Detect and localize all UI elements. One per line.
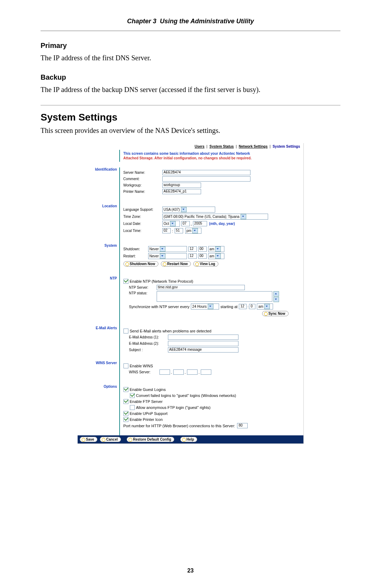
- chevron-down-icon: [170, 221, 176, 226]
- wins-oct4-input[interactable]: [201, 369, 211, 375]
- guest-logins-checkbox[interactable]: [123, 387, 128, 392]
- ntp-status-box: [157, 291, 272, 302]
- shutdown-min-input[interactable]: 00: [198, 246, 207, 252]
- shutdown-select[interactable]: Never: [148, 246, 187, 252]
- tab-system-settings[interactable]: System Settings: [273, 145, 300, 148]
- ampm-select[interactable]: pm: [185, 228, 201, 234]
- shutdown-label: Shutdown:: [123, 247, 148, 251]
- restart-ampm-select[interactable]: am: [208, 253, 224, 259]
- section-system: System Shutdown: Never 12 00 am Restart:…: [78, 244, 303, 276]
- chapter-title: Using the Administrative Utility: [160, 18, 254, 25]
- sync-min-input[interactable]: 0: [249, 304, 255, 309]
- hour-input[interactable]: 02: [162, 228, 171, 233]
- chevron-down-icon: [208, 304, 213, 309]
- system-settings-text: This screen provides an overview of the …: [41, 126, 340, 135]
- tab-network-settings[interactable]: Network Settings: [239, 145, 268, 148]
- shutdown-ampm-select[interactable]: am: [208, 246, 224, 252]
- enable-wins-checkbox[interactable]: [123, 363, 128, 368]
- cancel-button[interactable]: ◯Cancel: [100, 437, 121, 442]
- language-select[interactable]: USA (437): [162, 207, 215, 213]
- server-name-input[interactable]: AEE2B474: [162, 170, 250, 175]
- sync-interval-select[interactable]: 24 Hours: [191, 304, 219, 310]
- sync-hour-input[interactable]: 12: [239, 304, 247, 309]
- email-alerts-checkbox[interactable]: [123, 329, 128, 333]
- restart-hour-input[interactable]: 12: [188, 253, 197, 259]
- shutdown-hour-input[interactable]: 12: [188, 246, 197, 252]
- restore-default-button[interactable]: ◯Restore Default Config: [127, 437, 174, 442]
- scroll-up-icon[interactable]: [273, 291, 279, 296]
- upnp-checkbox[interactable]: [123, 411, 128, 416]
- wins-oct2-input[interactable]: [173, 369, 184, 375]
- intro-line2: Attached Storage. After initial configur…: [123, 156, 252, 160]
- save-button[interactable]: ◯Save: [80, 437, 97, 442]
- printer-icon-checkbox[interactable]: [123, 417, 128, 422]
- tab-users[interactable]: Users: [195, 145, 205, 148]
- wins-oct1-input[interactable]: [159, 369, 170, 375]
- label-system: System: [78, 244, 117, 247]
- section-identification: Identification Server Name:AEE2B474 Comm…: [78, 167, 303, 204]
- http-port-label: Port number for HTTP (Web Browser) conne…: [123, 424, 235, 428]
- convert-failed-label: Convert failed logins to "guest" logins …: [136, 393, 236, 398]
- subject-input[interactable]: AEE2B474 message: [168, 347, 238, 353]
- label-options: Options: [78, 385, 117, 388]
- scroll-arrows: [273, 291, 278, 302]
- page-number: 23: [0, 568, 381, 574]
- comment-input[interactable]: [162, 176, 250, 182]
- page: Chapter 3 Using the Administrative Utili…: [0, 0, 381, 588]
- intro-line1: This screen contains some basic informat…: [123, 152, 250, 155]
- email2-input[interactable]: [168, 341, 238, 346]
- label-wins: WINS Server: [78, 361, 117, 365]
- chevron-down-icon: [160, 253, 165, 259]
- year-input[interactable]: 2005: [193, 221, 207, 226]
- comment-label: Comment:: [123, 177, 162, 181]
- enable-wins-label: Enable WINS: [130, 364, 153, 368]
- ntp-server-input[interactable]: time.nist.gov: [157, 285, 245, 290]
- backup-heading: Backup: [41, 73, 340, 81]
- tab-system-status[interactable]: System Status: [210, 145, 234, 148]
- server-name-label: Server Name:: [123, 171, 162, 174]
- month-select[interactable]: Oct: [162, 221, 180, 227]
- minute-input[interactable]: 51: [175, 228, 183, 233]
- printer-name-input[interactable]: AEE2B474_p1: [162, 189, 201, 194]
- sync-now-button[interactable]: ◯Sync Now: [262, 311, 289, 316]
- local-date-label: Local Date:: [123, 222, 162, 226]
- label-email-alerts: E-Mail Alerts: [78, 326, 117, 330]
- day-input[interactable]: 07: [181, 221, 190, 226]
- view-log-button[interactable]: ◯View Log: [193, 261, 218, 267]
- language-label: Language Support:: [123, 208, 162, 212]
- guest-logins-label: Enable Guest Logins: [130, 387, 166, 392]
- chevron-down-icon: [241, 214, 246, 219]
- screenshot-wrap: Users | System Status | Network Settings…: [41, 143, 340, 444]
- chevron-down-icon: [215, 246, 221, 252]
- http-port-input[interactable]: 80: [237, 423, 248, 428]
- system-settings-heading: System Settings: [41, 112, 340, 123]
- wins-oct3-input[interactable]: [187, 369, 198, 375]
- printer-name-label: Printer Name:: [123, 190, 162, 194]
- enable-ntp-checkbox[interactable]: [123, 279, 128, 284]
- primary-heading: Primary: [41, 42, 340, 50]
- restart-now-button[interactable]: ◯Restart Now: [161, 261, 191, 267]
- sync-starting-text: starting at: [220, 305, 237, 309]
- row-intro: This screen contains some basic informat…: [78, 150, 303, 167]
- shutdown-now-button[interactable]: ◯Shutdown Now: [123, 261, 158, 267]
- header-rule: [41, 31, 340, 31]
- email1-label: E-Mail Address (1):: [129, 335, 168, 339]
- anon-ftp-label: Allow anonymous FTP login ("guest" right…: [136, 405, 211, 410]
- scroll-down-icon[interactable]: [273, 297, 279, 302]
- sync-ampm-select[interactable]: am: [257, 304, 273, 310]
- timezone-select[interactable]: (GMT-08:00) Pacific Time (US, Canada); T…: [162, 214, 268, 220]
- primary-text: The IP address of the first DNS Server.: [41, 53, 340, 63]
- anon-ftp-checkbox[interactable]: [130, 405, 135, 410]
- workgroup-input[interactable]: workgroup: [162, 183, 201, 188]
- restart-select[interactable]: Never: [148, 253, 187, 259]
- convert-failed-checkbox[interactable]: [130, 393, 135, 398]
- backup-text: The IP address of the backup DNS server …: [41, 85, 340, 94]
- footer-bar: ◯Save ◯Cancel ◯Restore Default Config ◯H…: [78, 435, 303, 443]
- ftp-checkbox[interactable]: [123, 399, 128, 404]
- email1-input[interactable]: [168, 335, 238, 340]
- tab-sep: |: [236, 145, 237, 148]
- help-button[interactable]: ◯Help: [180, 437, 198, 442]
- sync-text-pre: Synchronize with NTP server every: [129, 305, 190, 309]
- tab-row: Users | System Status | Network Settings…: [78, 143, 303, 150]
- restart-min-input[interactable]: 00: [198, 253, 207, 259]
